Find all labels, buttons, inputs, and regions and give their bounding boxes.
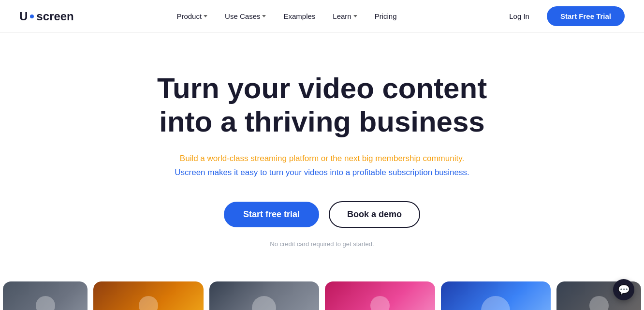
nav-right: Log In Start Free Trial bbox=[499, 6, 625, 26]
hero-buttons: Start free trial Book a demo No credit c… bbox=[224, 201, 420, 248]
photo-2 bbox=[93, 281, 204, 310]
logo[interactable]: Uscreen bbox=[19, 10, 74, 23]
photo-3 bbox=[209, 281, 320, 310]
logo-dot bbox=[30, 15, 34, 18]
hero-title: Turn your video content into a thriving … bbox=[133, 72, 511, 138]
book-demo-button[interactable]: Book a demo bbox=[329, 201, 420, 228]
subtitle-line2: Uscreen makes it easy to turn your video… bbox=[175, 168, 469, 177]
photo-5 bbox=[441, 281, 551, 310]
logo-screen: screen bbox=[36, 10, 73, 23]
subtitle-line1: Build a world-class streaming platform o… bbox=[180, 154, 464, 163]
nav-learn[interactable]: Learn bbox=[326, 8, 364, 24]
hero-section: Turn your video content into a thriving … bbox=[0, 33, 644, 277]
nav-links: Product Use Cases Examples Learn Pricing bbox=[170, 8, 403, 24]
chevron-down-icon bbox=[204, 15, 207, 17]
navbar: Uscreen Product Use Cases Examples Learn… bbox=[0, 0, 644, 33]
login-button[interactable]: Log In bbox=[499, 7, 539, 25]
chevron-down-icon bbox=[353, 15, 357, 17]
logo-u: U bbox=[19, 10, 28, 23]
chevron-down-icon bbox=[262, 15, 266, 17]
photo-1 bbox=[3, 281, 88, 310]
chat-widget[interactable]: 💬 bbox=[613, 279, 634, 300]
hero-cta-row: Start free trial Book a demo bbox=[224, 201, 420, 228]
nav-examples[interactable]: Examples bbox=[277, 8, 322, 24]
nav-pricing[interactable]: Pricing bbox=[368, 8, 404, 24]
photo-4 bbox=[325, 281, 435, 310]
nav-use-cases[interactable]: Use Cases bbox=[218, 8, 273, 24]
photo-strip bbox=[0, 281, 644, 310]
hero-subtitle: Build a world-class streaming platform o… bbox=[175, 152, 469, 180]
start-free-trial-button[interactable]: Start free trial bbox=[224, 202, 319, 227]
start-trial-button-nav[interactable]: Start Free Trial bbox=[547, 6, 625, 26]
no-cc-label: No credit card required to get started. bbox=[270, 240, 374, 248]
chat-icon: 💬 bbox=[618, 284, 630, 295]
nav-product[interactable]: Product bbox=[170, 8, 214, 24]
